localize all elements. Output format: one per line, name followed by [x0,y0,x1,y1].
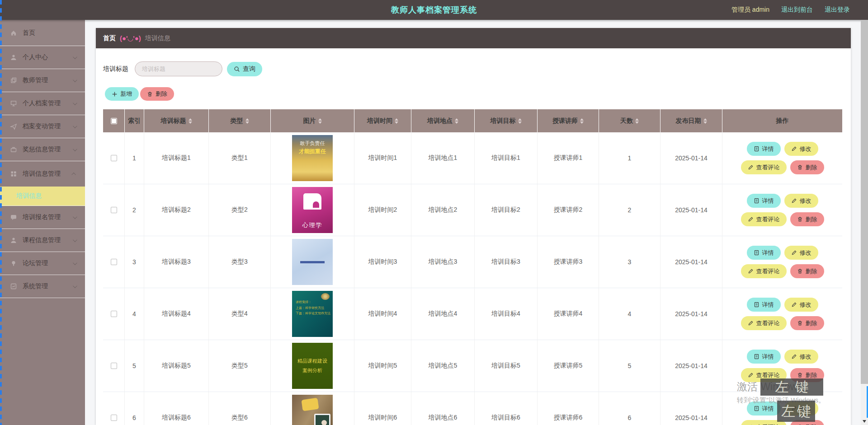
cell-type: 类型1 [209,132,271,184]
sidebar-item-reward-punishment[interactable]: 奖惩信息管理 [0,138,85,161]
send-icon [10,123,17,130]
row-checkbox-cell [103,392,125,425]
admin-user-label[interactable]: 管理员 admin [731,6,769,14]
edit-button[interactable]: 修改 [784,194,818,208]
sort-caret-icon[interactable] [395,118,398,124]
row-checkbox[interactable] [111,155,117,161]
left-dashed-border-artifact [0,0,2,425]
detail-button[interactable]: 详情 [747,142,781,156]
delete-button[interactable]: 删除 [790,160,824,174]
search-input[interactable] [135,61,222,76]
sort-caret-icon[interactable] [580,118,584,124]
book-shape [303,193,321,210]
sidebar-item-personal-archive[interactable]: 个人档案管理 [0,92,85,115]
detail-button[interactable]: 详情 [747,350,781,364]
logout-link[interactable]: 退出登录 [825,6,850,14]
course-case-analysis-cover[interactable]: 精品课程建设案例分析 [292,343,333,389]
view-comments-button[interactable]: 查看评论 [741,212,787,226]
course-schedule-cover[interactable]: 课程安排：上篇：科学研究方法下篇：科学论文写作方法 [292,291,333,337]
cell-time: 培训时间5 [354,340,411,392]
sort-caret-icon[interactable] [518,118,522,124]
sidebar-item-archive-change[interactable]: 档案变动管理 [0,115,85,138]
add-button[interactable]: 新增 [105,87,139,101]
exit-to-front-link[interactable]: 退出到前台 [781,6,813,14]
detail-button[interactable]: 详情 [747,246,781,260]
sort-caret-icon[interactable] [318,118,322,124]
sort-caret-icon[interactable] [455,118,458,124]
sidebar-item-label: 首页 [23,29,35,37]
edit-button[interactable]: 修改 [784,350,818,364]
sort-caret-icon[interactable] [635,118,639,124]
scrollbar-down-arrow-icon[interactable] [863,420,866,423]
sort-caret-icon[interactable] [703,118,707,124]
row-checkbox[interactable] [111,311,117,317]
select-all-checkbox[interactable] [111,118,117,124]
row-checkbox[interactable] [111,363,117,369]
cell-title: 培训标题6 [144,392,209,425]
view-comments-button[interactable]: 查看评论 [741,316,787,330]
row-checkbox-cell [103,132,125,184]
sidebar-item-teacher-mgmt[interactable]: 教师管理 [0,69,85,92]
detail-button[interactable]: 详情 [747,298,781,312]
blue-course-cover[interactable] [292,239,333,285]
table-row: 4培训标题4类型4课程安排：上篇：科学研究方法下篇：科学论文写作方法培训时间4培… [103,288,842,340]
sidebar-item-label: 档案变动管理 [23,122,61,131]
trash-icon [797,164,803,170]
delete-button[interactable]: 删除 [790,212,824,226]
column-header-publish_date[interactable]: 发布日期 [660,109,722,132]
delete-button[interactable]: 删除 [140,87,174,101]
table-row: 2培训标题2类型2心理学培训时间2培训地点2培训目标2授课讲师222025-01… [103,184,842,236]
column-header-time[interactable]: 培训时间 [354,109,411,132]
edit-icon [791,146,797,152]
golden-hands-poster[interactable]: 敢于负责任才能担重任 [292,135,333,181]
edit-button[interactable]: 修改 [784,246,818,260]
sort-caret-icon[interactable] [189,118,192,124]
cell-publish-date: 2025-01-14 [660,184,722,236]
psychology-book-cover[interactable]: 心理学 [292,187,333,233]
vertical-scrollbar[interactable] [861,20,868,425]
doc-icon [754,406,760,411]
sidebar-subitem-training-info[interactable]: 培训信息 [0,187,85,206]
edit-icon [791,198,797,204]
row-checkbox[interactable] [111,259,117,265]
detail-button[interactable]: 详情 [747,194,781,208]
table-row: 1培训标题1类型1敢于负责任才能担重任培训时间1培训地点1培训目标1授课讲师11… [103,132,842,184]
sidebar-item-system-mgmt[interactable]: 系统管理 [0,275,85,298]
sidebar-item-training-info-mgmt[interactable]: 培训信息管理 [0,161,85,187]
row-checkbox-cell [103,340,125,392]
sidebar-item-training-signup[interactable]: 培训报名管理 [0,206,85,229]
sort-caret-icon[interactable] [245,118,249,124]
sidebar-item-personal-center[interactable]: 个人中心 [0,46,85,69]
column-header-type[interactable]: 类型 [209,109,271,132]
view-comments-button[interactable]: 查看评论 [741,264,787,278]
cell-title: 培训标题3 [144,236,209,288]
view-comments-button[interactable]: 查看评论 [741,160,787,174]
column-header-days[interactable]: 天数 [599,109,660,132]
edit-button[interactable]: 修改 [784,298,818,312]
sidebar-item-label: 教师管理 [23,76,48,84]
breadcrumb-home-link[interactable]: 首页 [103,34,116,42]
row-checkbox[interactable] [111,415,117,421]
sidebar-item-course-info[interactable]: 课程信息管理 [0,229,85,252]
sidebar-item-home[interactable]: 首页 [0,20,85,46]
edit-button[interactable]: 修改 [784,142,818,156]
query-button[interactable]: 查询 [227,62,262,76]
edit-icon [748,372,754,378]
delete-button[interactable]: 删除 [790,316,824,330]
column-header-image[interactable]: 图片 [271,109,354,132]
cell-publish-date: 2025-01-14 [660,132,722,184]
doc-icon [754,302,760,308]
scrollbar-thumb[interactable] [861,20,868,384]
column-header-title[interactable]: 培训标题 [144,109,209,132]
column-header-place[interactable]: 培训地点 [411,109,475,132]
delete-button[interactable]: 删除 [790,264,824,278]
doc-icon [754,198,760,204]
column-header-lecturer[interactable]: 授课讲师 [538,109,599,132]
column-header-target[interactable]: 培训目标 [475,109,538,132]
copy-icon [10,77,17,84]
sidebar-item-forum-mgmt[interactable]: 论坛管理 [0,252,85,275]
classroom-photo[interactable] [292,395,333,425]
detail-button[interactable]: 详情 [747,402,781,416]
sidebar-item-label: 课程信息管理 [23,236,61,244]
row-checkbox[interactable] [111,207,117,213]
